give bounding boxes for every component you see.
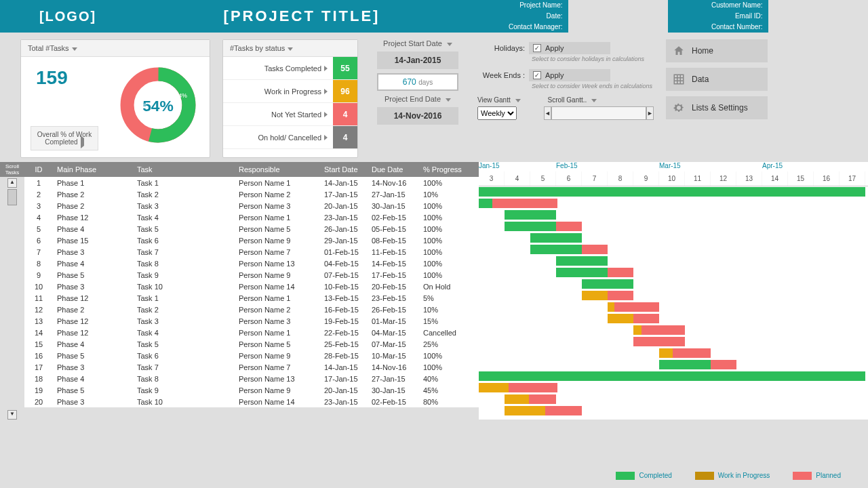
- gantt-bar: [529, 394, 556, 404]
- holidays-label: Holidays:: [477, 44, 525, 52]
- gantt-row: [479, 394, 868, 405]
- gantt-bar: [492, 199, 557, 208]
- project-days: 670 days: [377, 73, 458, 91]
- gantt-bar: [633, 337, 685, 346]
- gantt-bar: [608, 268, 633, 277]
- gantt-bar: [479, 371, 865, 381]
- options-panel: Holidays: ✓Apply Select to consider holi…: [477, 39, 654, 158]
- month-label: Apr-15: [762, 162, 783, 169]
- day-label: 14: [762, 171, 788, 186]
- gantt-bar: [711, 360, 736, 369]
- end-date-value: 14-Nov-2016: [377, 107, 458, 125]
- scroll-thumb[interactable]: [7, 189, 17, 205]
- gantt-row: [479, 405, 868, 417]
- scroll-gantt-dropdown[interactable]: Scroll Gantt..: [548, 96, 597, 104]
- table-row[interactable]: 2Phase 2Task 2Person Name 217-Jan-1527-J…: [24, 188, 479, 200]
- lists-settings-button[interactable]: Lists & Settings: [666, 96, 768, 119]
- gantt-row: [479, 221, 868, 232]
- view-gantt-dropdown[interactable]: View Gantt: [477, 96, 521, 104]
- overall-percent-dropdown[interactable]: Overall % of Work Completed: [31, 126, 98, 150]
- gantt-bar: [505, 222, 556, 231]
- gantt-row: [479, 256, 868, 267]
- gantt-row: [479, 232, 868, 244]
- month-label: Mar-15: [659, 162, 681, 169]
- gantt-row: [479, 336, 868, 348]
- label-project-name: Project Name:: [468, 0, 568, 11]
- table-row[interactable]: 4Phase 12Task 4Person Name 123-Jan-1502-…: [24, 211, 479, 223]
- table-row[interactable]: 11Phase 12Task 1Person Name 113-Feb-1523…: [24, 292, 479, 304]
- gantt-row: [479, 302, 868, 313]
- table-row[interactable]: 12Phase 2Task 2Person Name 216-Feb-1526-…: [24, 304, 479, 315]
- table-row[interactable]: 10Phase 3Task 10Person Name 1410-Feb-152…: [24, 281, 479, 292]
- start-date-dropdown[interactable]: Project Start Date: [383, 39, 452, 47]
- donut-chart: 54% 46% 54%: [117, 64, 199, 146]
- table-row[interactable]: 7Phase 3Task 7Person Name 701-Feb-1511-F…: [24, 246, 479, 258]
- status-row[interactable]: Tasks Completed 55: [223, 57, 357, 80]
- gantt-bar: [659, 360, 711, 369]
- table-row[interactable]: 20Phase 3Task 10Person Name 1423-Jan-150…: [24, 396, 479, 407]
- gantt-chart: Jan-15Feb-15Mar-15Apr-15 345678910111213…: [479, 162, 868, 420]
- scroll-down-button[interactable]: ▼: [7, 410, 17, 420]
- gantt-bar: [530, 233, 582, 243]
- gantt-row: [479, 209, 868, 221]
- gantt-bar: [673, 348, 711, 358]
- status-row[interactable]: Not Yet Started 4: [223, 103, 357, 126]
- table-row[interactable]: 3Phase 2Task 3Person Name 320-Jan-1530-J…: [24, 200, 479, 211]
- day-label: 7: [582, 171, 608, 186]
- day-label: 6: [556, 171, 582, 186]
- end-date-dropdown[interactable]: Project End Date: [384, 95, 451, 103]
- table-row[interactable]: 8Phase 4Task 8Person Name 1304-Feb-1514-…: [24, 258, 479, 269]
- status-row[interactable]: On hold/ Cancelled 4: [223, 126, 357, 149]
- label-date: Date:: [468, 11, 568, 22]
- scroll-track[interactable]: [551, 106, 646, 120]
- table-header: IDMain PhaseTaskResponsibleStart DateDue…: [24, 162, 479, 177]
- table-row[interactable]: 13Phase 12Task 3Person Name 319-Feb-1501…: [24, 315, 479, 327]
- checkbox-icon[interactable]: ✓: [533, 44, 541, 52]
- label-customer-name: Customer Name:: [668, 0, 768, 11]
- total-tasks-number: 159: [36, 67, 68, 89]
- table-row[interactable]: 16Phase 5Task 6Person Name 928-Feb-1510-…: [24, 350, 479, 361]
- table-row[interactable]: 15Phase 4Task 5Person Name 525-Feb-1507-…: [24, 338, 479, 350]
- table-row[interactable]: 19Phase 5Task 9Person Name 920-Jan-1530-…: [24, 384, 479, 396]
- caret-down-icon: [288, 47, 293, 51]
- scroll-up-button[interactable]: ▲: [7, 178, 17, 188]
- gantt-bar: [608, 314, 633, 323]
- gantt-bar: [509, 383, 557, 392]
- data-button[interactable]: Data: [666, 68, 768, 91]
- home-button[interactable]: Home: [666, 39, 768, 62]
- checkbox-icon[interactable]: ✓: [533, 71, 541, 79]
- table-row[interactable]: 18Phase 4Task 8Person Name 1317-Jan-1527…: [24, 373, 479, 384]
- caret-down-icon: [72, 47, 77, 51]
- status-row[interactable]: Work in Progress 96: [223, 80, 357, 103]
- total-tasks-dropdown[interactable]: Total #Tasks: [21, 40, 210, 57]
- view-mode-select[interactable]: Weekly: [477, 106, 517, 120]
- label-email: Email ID:: [668, 11, 768, 22]
- table-row[interactable]: 5Phase 4Task 5Person Name 526-Jan-1505-F…: [24, 223, 479, 235]
- table-row[interactable]: 17Phase 3Task 7Person Name 714-Jan-1514-…: [24, 361, 479, 373]
- holidays-apply-button[interactable]: ✓Apply: [529, 42, 610, 54]
- table-row[interactable]: 14Phase 12Task 4Person Name 122-Feb-1504…: [24, 327, 479, 338]
- day-label: 17: [840, 171, 865, 186]
- scroll-left-button[interactable]: ◄: [544, 106, 551, 120]
- gantt-bar: [479, 383, 509, 392]
- legend: Completed Work in Progress Planned: [616, 472, 841, 480]
- holidays-note: Select to consider holidays in calculati…: [532, 56, 654, 62]
- gantt-row: [479, 267, 868, 279]
- day-label: 13: [736, 171, 762, 186]
- weekends-apply-button[interactable]: ✓Apply: [529, 69, 610, 81]
- gantt-bar: [479, 199, 492, 208]
- status-dropdown[interactable]: #Tasks by status: [223, 40, 357, 57]
- table-row[interactable]: 1Phase 1Task 1Person Name 114-Jan-1514-N…: [24, 177, 479, 188]
- gantt-bar: [614, 302, 659, 312]
- table-row[interactable]: 9Phase 5Task 9Person Name 907-Feb-1517-F…: [24, 269, 479, 281]
- day-label: 8: [608, 171, 633, 186]
- gantt-bar: [659, 348, 673, 358]
- gantt-row: [479, 313, 868, 325]
- gantt-bar: [556, 268, 608, 277]
- table-row[interactable]: 6Phase 15Task 6Person Name 929-Jan-1508-…: [24, 235, 479, 246]
- scroll-right-button[interactable]: ►: [646, 106, 654, 120]
- day-label: 16: [814, 171, 840, 186]
- day-label: 11: [685, 171, 711, 186]
- caret-down-icon: [447, 43, 452, 46]
- card-total-tasks: Total #Tasks 159 54% 46% 54% Overall % o…: [20, 39, 210, 158]
